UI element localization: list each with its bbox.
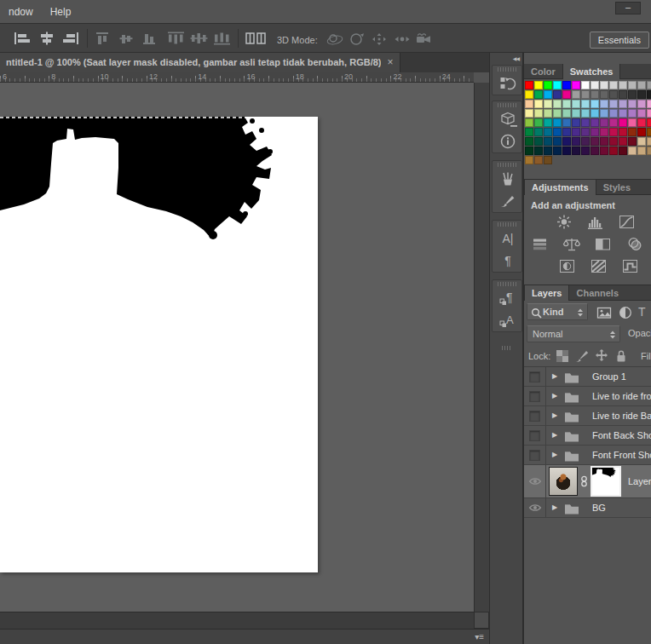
layer-row-font-back-short[interactable]: ▶Font Back Short — [524, 426, 651, 446]
color-swatch[interactable] — [562, 81, 571, 89]
horizontal-scrollbar[interactable] — [0, 612, 474, 629]
document-tab[interactable]: ntitled-1 @ 100% (Saat layer mask disabl… — [0, 53, 400, 72]
color-swatch[interactable] — [544, 118, 552, 127]
layer-row-layer[interactable]: Layer — [524, 465, 651, 498]
adjustment-invert-icon[interactable] — [558, 258, 579, 274]
adjustment-curves-icon[interactable] — [618, 214, 638, 230]
color-swatch[interactable] — [628, 128, 637, 136]
color-swatch[interactable] — [553, 118, 562, 127]
color-swatch[interactable] — [619, 100, 627, 108]
distribute-vertical-centers-icon[interactable] — [190, 32, 209, 45]
visibility-eye-icon[interactable] — [524, 465, 546, 497]
color-swatch[interactable] — [619, 109, 627, 118]
color-swatch[interactable] — [628, 137, 637, 146]
color-swatch[interactable] — [628, 100, 637, 108]
colors-tab-color[interactable]: Color — [524, 64, 562, 79]
distribute-horizontal-centers-icon[interactable] — [245, 32, 267, 45]
character-panel-icon[interactable]: A| — [493, 227, 523, 250]
history-panel-icon[interactable] — [493, 72, 523, 95]
color-swatch[interactable] — [572, 128, 580, 136]
color-swatch[interactable] — [562, 147, 571, 155]
color-swatch[interactable] — [647, 137, 651, 146]
color-swatch[interactable] — [534, 100, 543, 108]
color-swatch[interactable] — [581, 118, 590, 127]
lock-pixels-icon[interactable] — [574, 348, 591, 364]
adjustment-posterize-icon[interactable] — [590, 258, 610, 274]
adjustments-tab-adjustments[interactable]: Adjustments — [524, 180, 596, 195]
color-swatch[interactable] — [525, 118, 533, 127]
layer-row-bg[interactable]: ▶BG — [524, 498, 651, 518]
tab-close-icon[interactable]: × — [384, 56, 396, 68]
color-swatch[interactable] — [619, 147, 627, 155]
color-swatch[interactable] — [609, 118, 618, 127]
align-left-edges-partial-icon[interactable] — [0, 32, 9, 45]
color-swatch[interactable] — [591, 90, 599, 99]
workspace-essentials-button[interactable]: Essentials — [590, 32, 649, 49]
color-swatch[interactable] — [591, 137, 599, 146]
mask-link-icon[interactable] — [580, 475, 588, 487]
color-swatch[interactable] — [647, 100, 651, 108]
orbit-3d-icon[interactable] — [326, 32, 344, 45]
color-swatch[interactable] — [609, 109, 618, 118]
character-styles-panel-icon[interactable]: A — [493, 309, 523, 331]
info-panel-icon[interactable] — [493, 130, 523, 152]
color-swatch[interactable] — [581, 100, 590, 108]
color-swatch[interactable] — [609, 90, 618, 99]
color-swatch[interactable] — [534, 147, 543, 155]
visibility-toggle-empty[interactable] — [524, 426, 546, 445]
color-swatch[interactable] — [562, 90, 571, 99]
colors-tab-swatches[interactable]: Swatches — [562, 64, 621, 79]
paragraph-panel-icon[interactable]: ¶ — [493, 250, 523, 272]
color-swatch[interactable] — [534, 118, 543, 127]
color-swatch[interactable] — [600, 118, 608, 127]
adjustments-tab-styles[interactable]: Styles — [596, 180, 637, 195]
distribute-top-edges-icon[interactable] — [167, 32, 186, 45]
layer-row-live-to-ride-back[interactable]: ▶Live to ride Back — [524, 406, 651, 426]
dock-gripper[interactable] — [498, 282, 516, 286]
color-swatch[interactable] — [581, 147, 590, 155]
color-swatch[interactable] — [562, 137, 571, 146]
color-swatch[interactable] — [572, 109, 580, 118]
color-swatch[interactable] — [525, 109, 533, 118]
minimize-button[interactable]: – — [615, 2, 641, 14]
expand-triangle-icon[interactable]: ▶ — [552, 503, 557, 511]
color-swatch[interactable] — [581, 137, 590, 146]
color-swatch[interactable] — [619, 90, 627, 99]
color-swatch[interactable] — [637, 109, 646, 118]
layers-tab-channels[interactable]: Channels — [569, 285, 625, 301]
color-swatch[interactable] — [647, 81, 651, 89]
color-swatch[interactable] — [647, 147, 651, 155]
color-swatch[interactable] — [628, 81, 637, 89]
color-swatch[interactable] — [637, 137, 646, 146]
color-swatch[interactable] — [609, 100, 618, 108]
filter-type-icon[interactable]: T — [638, 305, 651, 320]
adjustment-color-balance-icon[interactable] — [562, 236, 583, 252]
color-swatch[interactable] — [534, 137, 543, 146]
lock-transparency-icon[interactable] — [555, 348, 572, 364]
color-swatch[interactable] — [544, 147, 552, 155]
visibility-toggle-empty[interactable] — [524, 406, 546, 425]
color-swatch[interactable] — [534, 109, 543, 118]
color-swatch[interactable] — [591, 128, 599, 136]
color-swatch[interactable] — [562, 109, 571, 118]
color-swatch[interactable] — [581, 128, 590, 136]
color-swatch[interactable] — [600, 128, 608, 136]
color-swatch[interactable] — [609, 137, 618, 146]
expand-triangle-icon[interactable]: ▶ — [552, 451, 557, 458]
expand-triangle-icon[interactable]: ▶ — [552, 372, 557, 380]
visibility-toggle-empty[interactable] — [524, 387, 546, 405]
color-swatch[interactable] — [581, 90, 590, 99]
color-swatch[interactable] — [600, 90, 608, 99]
color-swatch[interactable] — [553, 81, 562, 89]
distribute-bottom-edges-icon[interactable] — [213, 32, 232, 45]
color-swatch[interactable] — [619, 137, 627, 146]
color-swatch[interactable] — [600, 137, 608, 146]
dock-gripper[interactable] — [498, 222, 516, 227]
color-swatch[interactable] — [647, 118, 651, 127]
color-swatch[interactable] — [619, 118, 627, 127]
vertical-scrollbar[interactable] — [474, 83, 489, 612]
color-swatch[interactable] — [544, 137, 552, 146]
visibility-eye-icon[interactable] — [524, 498, 546, 517]
adjustment-threshold-icon[interactable] — [621, 258, 642, 274]
paragraph-styles-panel-icon[interactable]: ¶ — [493, 287, 523, 309]
